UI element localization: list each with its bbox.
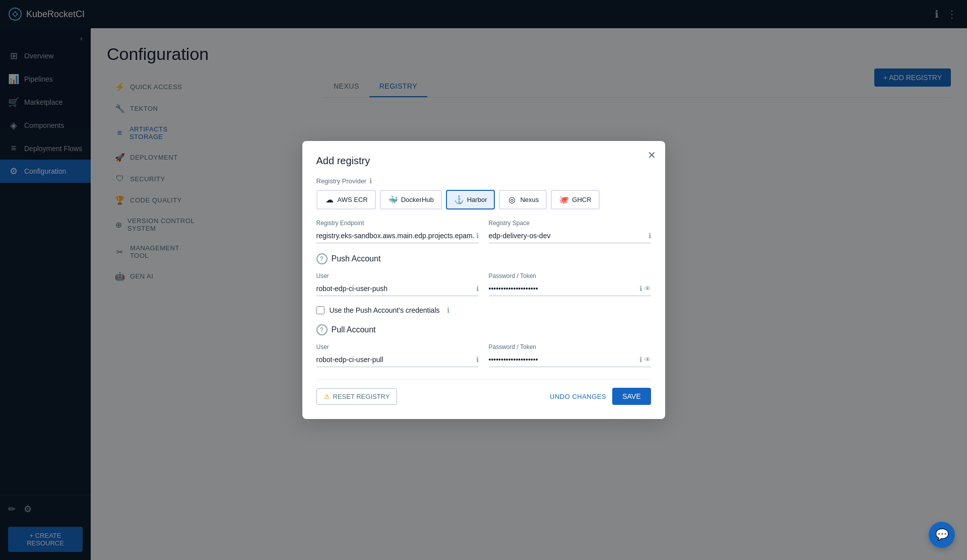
pull-account-help-icon[interactable]: ?	[316, 324, 328, 335]
ghcr-icon: 🐙	[559, 195, 569, 204]
reset-registry-button[interactable]: ⚠ RESET REGISTRY	[316, 388, 398, 405]
use-push-credentials-label: Use the Push Account's credentials	[330, 306, 440, 314]
push-account-help-icon[interactable]: ?	[316, 253, 328, 264]
pull-user-field: User ℹ	[316, 343, 479, 367]
provider-section-label: Registry Provider ℹ	[316, 177, 651, 185]
nexus-icon: ◎	[507, 195, 517, 204]
space-label: Registry Space	[489, 220, 651, 227]
modal-close-button[interactable]: ✕	[648, 150, 656, 160]
provider-harbor[interactable]: ⚓ Harbor	[446, 190, 495, 209]
push-password-input-wrap: ℹ 👁	[489, 282, 651, 296]
save-button[interactable]: SAVE	[612, 388, 651, 405]
dockerhub-icon: 🐳	[388, 195, 398, 204]
provider-dockerhub[interactable]: 🐳 DockerHub	[380, 190, 442, 209]
registry-endpoint-field: Registry Endpoint ℹ	[316, 220, 479, 243]
pull-password-info-icon[interactable]: ℹ	[639, 356, 642, 364]
registry-space-field: Registry Space ℹ	[489, 220, 651, 243]
warning-icon: ⚠	[324, 393, 330, 400]
modal-title: Add registry	[316, 155, 651, 167]
push-user-info-icon[interactable]: ℹ	[476, 285, 479, 293]
pull-password-field: Password / Token ℹ 👁	[489, 343, 651, 367]
pull-user-input[interactable]	[316, 353, 474, 367]
harbor-icon: ⚓	[454, 195, 464, 204]
push-password-input[interactable]	[489, 282, 637, 296]
push-password-eye-icon[interactable]: 👁	[644, 285, 651, 293]
add-registry-modal: Add registry ✕ Registry Provider ℹ ☁ AWS…	[302, 141, 665, 419]
aws-ecr-icon: ☁	[325, 195, 335, 204]
pull-account-row: User ℹ Password / Token ℹ 👁	[316, 343, 651, 367]
chat-icon: 💬	[935, 528, 949, 541]
pull-account-heading: ? Pull Account	[316, 324, 651, 335]
endpoint-label: Registry Endpoint	[316, 220, 479, 227]
pull-password-input-wrap: ℹ 👁	[489, 353, 651, 367]
modal-actions: ⚠ RESET REGISTRY UNDO CHANGES SAVE	[316, 379, 651, 405]
push-account-heading: ? Push Account	[316, 253, 651, 264]
push-password-info-icon[interactable]: ℹ	[639, 285, 642, 293]
modal-right-actions: UNDO CHANGES SAVE	[550, 388, 651, 405]
endpoint-space-row: Registry Endpoint ℹ Registry Space ℹ	[316, 220, 651, 243]
checkbox-info-icon[interactable]: ℹ	[447, 306, 449, 314]
provider-nexus[interactable]: ◎ Nexus	[499, 190, 547, 209]
use-push-credentials-checkbox[interactable]	[316, 306, 325, 314]
chat-fab-button[interactable]: 💬	[929, 522, 955, 548]
space-input-wrap: ℹ	[489, 229, 651, 243]
push-user-label: User	[316, 272, 479, 279]
pull-password-input[interactable]	[489, 353, 637, 367]
use-push-credentials-row: Use the Push Account's credentials ℹ	[316, 306, 651, 314]
push-user-input[interactable]	[316, 282, 474, 296]
space-info-icon[interactable]: ℹ	[649, 232, 651, 240]
provider-info-icon[interactable]: ℹ	[369, 177, 372, 185]
pull-user-label: User	[316, 343, 479, 351]
provider-group: ☁ AWS ECR 🐳 DockerHub ⚓ Harbor ◎ Nexus 🐙…	[316, 190, 651, 209]
endpoint-info-icon[interactable]: ℹ	[476, 232, 479, 240]
modal-overlay: Add registry ✕ Registry Provider ℹ ☁ AWS…	[0, 0, 967, 560]
provider-ghcr[interactable]: 🐙 GHCR	[551, 190, 599, 209]
push-password-label: Password / Token	[489, 272, 651, 279]
pull-user-input-wrap: ℹ	[316, 353, 479, 367]
registry-space-input[interactable]	[489, 229, 647, 243]
push-account-row: User ℹ Password / Token ℹ 👁	[316, 272, 651, 296]
endpoint-input-wrap: ℹ	[316, 229, 479, 243]
pull-password-label: Password / Token	[489, 343, 651, 351]
registry-endpoint-input[interactable]	[316, 229, 474, 243]
push-user-field: User ℹ	[316, 272, 479, 296]
pull-password-eye-icon[interactable]: 👁	[644, 356, 651, 364]
pull-user-info-icon[interactable]: ℹ	[476, 356, 479, 364]
provider-aws-ecr[interactable]: ☁ AWS ECR	[316, 190, 376, 209]
undo-changes-button[interactable]: UNDO CHANGES	[550, 393, 606, 400]
push-password-field: Password / Token ℹ 👁	[489, 272, 651, 296]
push-user-input-wrap: ℹ	[316, 282, 479, 296]
